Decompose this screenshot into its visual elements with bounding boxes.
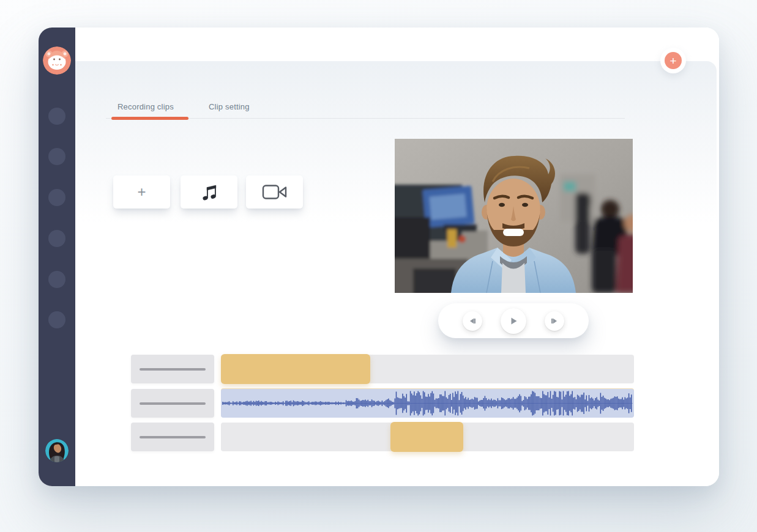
playback-controls xyxy=(438,303,589,338)
play-icon xyxy=(509,316,518,326)
timeline-track-3[interactable] xyxy=(221,423,634,451)
plus-icon: + xyxy=(137,185,146,199)
top-header xyxy=(75,28,719,61)
timeline-track-audio[interactable] xyxy=(221,389,634,418)
video-preview xyxy=(395,139,633,293)
track-label-3 xyxy=(131,423,214,451)
tab-clip-setting[interactable]: Clip setting xyxy=(209,102,250,111)
add-video-button[interactable] xyxy=(246,175,303,209)
step-forward-button[interactable] xyxy=(545,311,564,331)
add-button[interactable]: + xyxy=(665,52,682,69)
user-avatar[interactable] xyxy=(45,439,69,462)
sidebar-nav-item[interactable] xyxy=(48,230,65,247)
video-frame-image xyxy=(395,139,633,293)
monkey-mascot-icon xyxy=(43,46,71,75)
active-tab-indicator xyxy=(111,117,188,120)
audio-waveform xyxy=(221,389,634,418)
sidebar-nav-item[interactable] xyxy=(48,108,65,125)
main-panel: + Recording clips Clip setting + xyxy=(75,28,719,486)
play-button[interactable] xyxy=(501,308,526,334)
sidebar xyxy=(39,28,75,486)
app-logo xyxy=(43,46,71,75)
step-backward-icon xyxy=(468,317,477,325)
track-label-bar xyxy=(140,436,206,438)
app-window: + Recording clips Clip setting + xyxy=(39,28,719,486)
add-music-button[interactable] xyxy=(181,175,237,209)
music-note-icon xyxy=(199,182,220,202)
avatar-photo xyxy=(45,439,69,462)
add-clip-button[interactable]: + xyxy=(113,175,170,209)
sidebar-nav-item[interactable] xyxy=(48,311,65,328)
timeline-clip[interactable] xyxy=(390,422,463,452)
timeline-track-1[interactable] xyxy=(221,355,634,383)
video-camera-icon xyxy=(261,183,288,201)
timeline-clip[interactable] xyxy=(221,354,370,384)
sidebar-nav-item[interactable] xyxy=(48,189,65,206)
sidebar-nav-item[interactable] xyxy=(48,271,65,288)
tab-bar: Recording clips Clip setting xyxy=(106,101,625,122)
tab-recording-clips[interactable]: Recording clips xyxy=(117,102,174,111)
track-label-2 xyxy=(131,389,214,418)
track-label-1 xyxy=(131,355,214,383)
track-label-bar xyxy=(140,402,206,405)
step-backward-button[interactable] xyxy=(463,311,482,331)
track-label-bar xyxy=(140,368,206,371)
plus-icon: + xyxy=(669,55,676,67)
step-forward-icon xyxy=(550,317,559,325)
sidebar-nav-item[interactable] xyxy=(48,148,65,165)
